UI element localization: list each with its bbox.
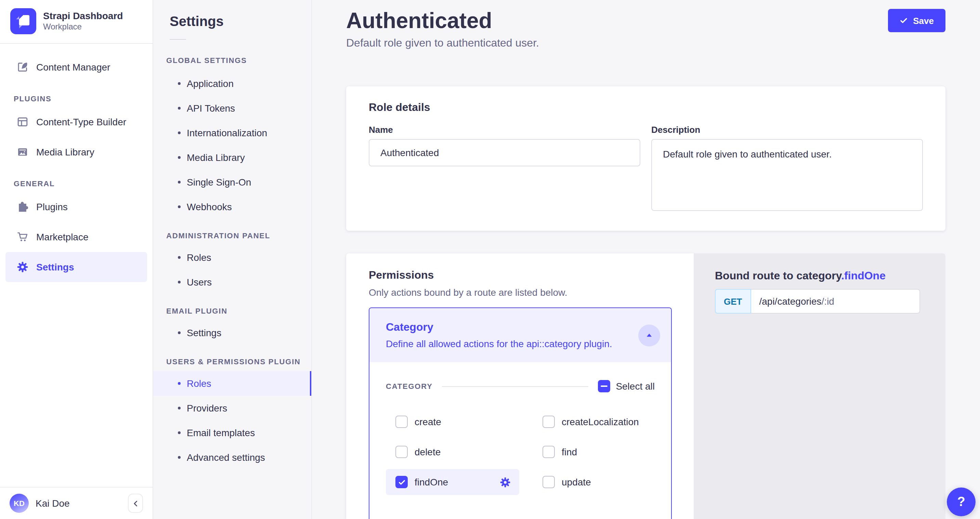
route-path-param: /:id (822, 296, 834, 307)
subnav-item-label: Single Sign-On (187, 177, 251, 188)
bullet-icon (178, 281, 181, 283)
subnav-item-email-settings[interactable]: Settings (153, 321, 311, 345)
page-body: Role details Name Description Default ro… (312, 86, 980, 519)
action-row-findone[interactable]: findOne (386, 469, 519, 495)
create-checkbox[interactable] (395, 415, 408, 428)
action-label: createLocalization (562, 416, 639, 427)
delete-checkbox[interactable] (395, 446, 408, 458)
media-library-icon (16, 146, 29, 158)
bullet-icon (178, 82, 181, 85)
select-all-control[interactable]: Select all (598, 380, 655, 392)
subnav-item-up-roles[interactable]: Roles (153, 371, 311, 396)
name-input[interactable] (369, 139, 640, 166)
subnav-item-media-library[interactable]: Media Library (153, 145, 311, 170)
workspace-switcher[interactable]: Strapi Dashboard Workplace (0, 0, 153, 44)
sidebar-item-content-manager[interactable]: Content Manager (5, 52, 147, 82)
collapse-sidebar-button[interactable] (128, 493, 143, 513)
subnav-item-label: Roles (187, 378, 212, 389)
sidebar-item-label: Marketplace (36, 232, 89, 243)
sidebar-item-plugins[interactable]: Plugins (5, 192, 147, 222)
subnav-item-single-sign-on[interactable]: Single Sign-On (153, 170, 311, 195)
name-field-group: Name (369, 125, 640, 214)
subnav-item-api-tokens[interactable]: API Tokens (153, 96, 311, 120)
role-details-card: Role details Name Description Default ro… (346, 86, 945, 231)
subnav-item-label: Advanced settings (187, 452, 265, 463)
category-accordion-body: CATEGORY Select all create (369, 362, 671, 513)
route-display: GET /api/categories/:id (715, 289, 920, 314)
chevron-left-icon (132, 500, 139, 507)
sidebar-item-label: Media Library (36, 147, 94, 158)
select-all-label: Select all (616, 381, 655, 392)
save-button-label: Save (913, 15, 934, 26)
action-label: find (562, 446, 577, 457)
action-row-find: find (533, 439, 655, 465)
bullet-icon (178, 256, 181, 259)
findone-settings-button[interactable] (500, 476, 511, 488)
accordion-title: Category (386, 321, 612, 334)
update-checkbox[interactable] (542, 476, 555, 488)
bullet-icon (178, 107, 181, 110)
avatar[interactable]: KD (10, 493, 29, 513)
bullet-icon (178, 205, 181, 208)
save-button[interactable]: Save (888, 9, 945, 32)
sidebar-item-media-library[interactable]: Media Library (5, 137, 147, 167)
bound-route-action: .findOne (841, 270, 886, 281)
page-header: Authenticated Save Default role given to… (312, 0, 980, 49)
subnav-item-internationalization[interactable]: Internationalization (153, 120, 311, 145)
sidebar-item-label: Settings (36, 262, 74, 273)
description-textarea[interactable]: Default role given to authenticated user… (651, 139, 923, 211)
sidebar-item-label: Content-Type Builder (36, 117, 126, 127)
puzzle-icon (16, 201, 29, 213)
main-sidebar: Strapi Dashboard Workplace Content Manag… (0, 0, 153, 519)
subnav-item-label: Media Library (187, 152, 245, 163)
sidebar-item-settings[interactable]: Settings (5, 252, 147, 282)
description-label: Description (651, 125, 923, 135)
route-path: /api/categories/:id (751, 289, 920, 314)
bound-route-panel: Bound route to category.findOne GET /api… (694, 253, 945, 519)
subnav-item-webhooks[interactable]: Webhooks (153, 195, 311, 219)
subnav-title: Settings (153, 0, 311, 29)
permissions-card: Permissions Only actions bound by a rout… (346, 253, 694, 519)
category-accordion-header[interactable]: Category Define all allowed actions for … (369, 308, 671, 362)
page-title: Authenticated (346, 7, 492, 34)
sidebar-section-plugins: PLUGINS (14, 94, 153, 103)
check-icon (899, 16, 907, 25)
bullet-icon (178, 131, 181, 134)
http-method-badge: GET (715, 289, 751, 314)
group-divider (442, 386, 589, 386)
subnav-item-advanced-settings[interactable]: Advanced settings (153, 445, 311, 470)
workspace-name: Workplace (43, 22, 123, 32)
subnav-item-label: Application (187, 78, 234, 89)
action-row-create: create (386, 409, 533, 435)
findone-checkbox[interactable] (395, 476, 408, 488)
strapi-logo-icon (10, 8, 36, 34)
find-checkbox[interactable] (542, 446, 555, 458)
subnav-item-providers[interactable]: Providers (153, 396, 311, 420)
help-button[interactable]: ? (947, 487, 975, 516)
subnav-item-label: Webhooks (187, 201, 232, 212)
collapse-accordion-button[interactable] (638, 324, 660, 346)
select-all-checkbox[interactable] (598, 380, 610, 392)
subnav-item-admin-roles[interactable]: Roles (153, 245, 311, 270)
bullet-icon (178, 382, 181, 385)
main-content: Authenticated Save Default role given to… (312, 0, 980, 519)
createlocalization-checkbox[interactable] (542, 415, 555, 428)
sidebar-item-content-type-builder[interactable]: Content-Type Builder (5, 107, 147, 137)
strapi-admin-app: Strapi Dashboard Workplace Content Manag… (0, 0, 980, 519)
subnav-section-global-settings: GLOBAL SETTINGS (166, 56, 311, 64)
category-accordion: Category Define all allowed actions for … (369, 307, 672, 519)
permissions-title: Permissions (369, 269, 672, 281)
description-field-group: Description Default role given to authen… (651, 125, 923, 214)
subnav-item-email-templates[interactable]: Email templates (153, 420, 311, 445)
action-row-update: update (533, 469, 655, 495)
action-label: create (415, 416, 441, 427)
route-path-base: /api/categories (759, 296, 821, 307)
subnav-item-application[interactable]: Application (153, 71, 311, 96)
subnav-item-admin-users[interactable]: Users (153, 270, 311, 294)
bullet-icon (178, 456, 181, 459)
subnav-item-label: Roles (187, 252, 212, 263)
action-label: delete (415, 446, 441, 457)
subnav-divider (170, 39, 186, 40)
sidebar-item-marketplace[interactable]: Marketplace (5, 222, 147, 252)
user-name: Kai Doe (36, 498, 121, 509)
